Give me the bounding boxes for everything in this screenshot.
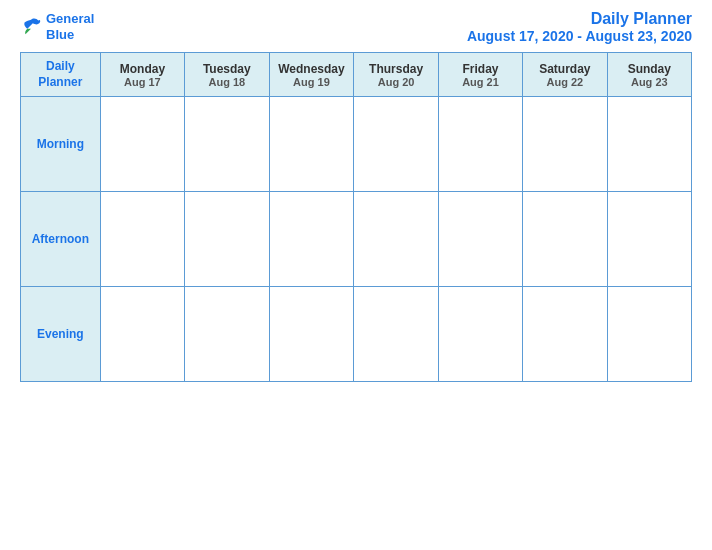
- col-monday: Monday Aug 17: [100, 53, 184, 97]
- afternoon-saturday[interactable]: [523, 192, 608, 287]
- afternoon-monday[interactable]: [100, 192, 184, 287]
- afternoon-wednesday[interactable]: [269, 192, 354, 287]
- col-tuesday: Tuesday Aug 18: [185, 53, 269, 97]
- evening-label: Evening: [21, 287, 101, 382]
- morning-saturday[interactable]: [523, 97, 608, 192]
- planner-title: Daily Planner: [467, 10, 692, 28]
- col-thursday: Thursday Aug 20: [354, 53, 439, 97]
- morning-thursday[interactable]: [354, 97, 439, 192]
- planner-table: Daily Planner Monday Aug 17 Tuesday Aug …: [20, 52, 692, 382]
- morning-friday[interactable]: [438, 97, 522, 192]
- evening-thursday[interactable]: [354, 287, 439, 382]
- label-row1: Daily: [46, 59, 75, 73]
- col-sunday: Sunday Aug 23: [607, 53, 691, 97]
- col-wednesday: Wednesday Aug 19: [269, 53, 354, 97]
- label-row2: Planner: [38, 75, 82, 89]
- row-morning: Morning: [21, 97, 692, 192]
- afternoon-label: Afternoon: [21, 192, 101, 287]
- afternoon-tuesday[interactable]: [185, 192, 269, 287]
- morning-wednesday[interactable]: [269, 97, 354, 192]
- morning-tuesday[interactable]: [185, 97, 269, 192]
- header-row: Daily Planner Monday Aug 17 Tuesday Aug …: [21, 53, 692, 97]
- row-evening: Evening: [21, 287, 692, 382]
- row-afternoon: Afternoon: [21, 192, 692, 287]
- col-friday: Friday Aug 21: [438, 53, 522, 97]
- title-block: Daily Planner August 17, 2020 - August 2…: [467, 10, 692, 44]
- logo: GeneralBlue: [20, 11, 94, 42]
- evening-tuesday[interactable]: [185, 287, 269, 382]
- evening-friday[interactable]: [438, 287, 522, 382]
- morning-sunday[interactable]: [607, 97, 691, 192]
- afternoon-friday[interactable]: [438, 192, 522, 287]
- evening-saturday[interactable]: [523, 287, 608, 382]
- logo-text: GeneralBlue: [46, 11, 94, 42]
- evening-monday[interactable]: [100, 287, 184, 382]
- evening-wednesday[interactable]: [269, 287, 354, 382]
- label-header: Daily Planner: [21, 53, 101, 97]
- evening-sunday[interactable]: [607, 287, 691, 382]
- date-range: August 17, 2020 - August 23, 2020: [467, 28, 692, 44]
- afternoon-sunday[interactable]: [607, 192, 691, 287]
- col-saturday: Saturday Aug 22: [523, 53, 608, 97]
- logo-bird-icon: [20, 16, 42, 38]
- morning-label: Morning: [21, 97, 101, 192]
- afternoon-thursday[interactable]: [354, 192, 439, 287]
- morning-monday[interactable]: [100, 97, 184, 192]
- page-header: GeneralBlue Daily Planner August 17, 202…: [20, 10, 692, 44]
